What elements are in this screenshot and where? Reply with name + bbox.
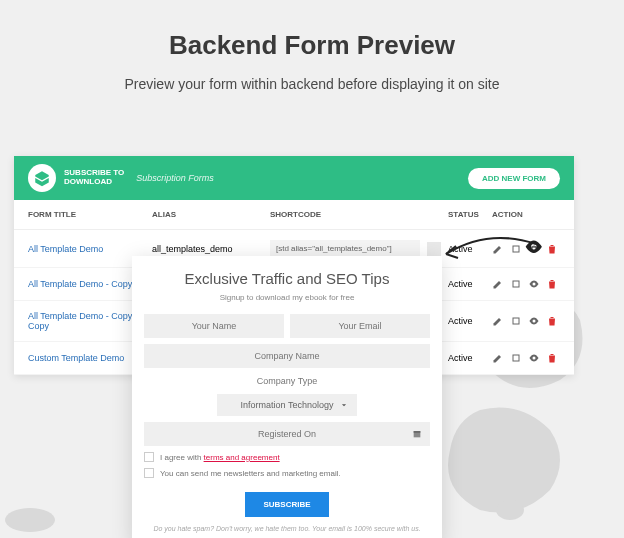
edit-icon[interactable]: [492, 352, 504, 364]
newsletter-label: You can send me newsletters and marketin…: [160, 469, 341, 478]
preview-form-modal: Exclusive Traffic and SEO Tips Signup to…: [132, 256, 442, 538]
company-type-label: Company Type: [144, 374, 430, 388]
add-new-form-button[interactable]: ADD NEW FORM: [468, 168, 560, 189]
svg-rect-5: [513, 281, 519, 287]
form-footer-note: Do you hate spam? Don't worry, we hate t…: [144, 525, 430, 532]
logo-text: SUBSCRIBE TO DOWNLOAD: [64, 169, 124, 187]
form-title-link[interactable]: All Template Demo: [28, 244, 152, 254]
col-header-title: FORM TITLE: [28, 210, 152, 219]
terms-checkbox[interactable]: [144, 452, 154, 462]
chevron-down-icon: [339, 400, 349, 410]
preview-icon[interactable]: [528, 278, 540, 290]
shortcode-field[interactable]: [std alias="all_templates_demo"]: [270, 240, 420, 257]
col-header-alias: ALIAS: [152, 210, 270, 219]
svg-point-2: [5, 508, 55, 532]
header-subtitle: Subscription Forms: [136, 173, 214, 183]
registered-on-input[interactable]: [144, 422, 430, 446]
page-title: Backend Form Preview: [0, 30, 624, 61]
calendar-icon: [412, 429, 422, 439]
delete-icon[interactable]: [546, 315, 558, 327]
form-alias: all_templates_demo: [152, 244, 270, 254]
company-input[interactable]: [144, 344, 430, 368]
duplicate-icon[interactable]: [510, 352, 522, 364]
svg-rect-6: [513, 318, 519, 324]
preview-icon[interactable]: [528, 315, 540, 327]
status-label: Active: [448, 316, 492, 326]
pointer-arrow: [438, 226, 548, 266]
svg-rect-7: [513, 355, 519, 361]
admin-header: SUBSCRIBE TO DOWNLOAD Subscription Forms…: [14, 156, 574, 200]
col-header-action: ACTION: [492, 210, 560, 219]
preview-icon[interactable]: [528, 352, 540, 364]
edit-icon[interactable]: [492, 278, 504, 290]
form-heading: Exclusive Traffic and SEO Tips: [144, 270, 430, 287]
subscribe-button[interactable]: SUBSCRIBE: [245, 492, 328, 517]
duplicate-icon[interactable]: [510, 315, 522, 327]
terms-link[interactable]: terms and agreement: [204, 453, 280, 462]
page-subtitle: Preview your form within backend before …: [0, 75, 624, 95]
delete-icon[interactable]: [546, 278, 558, 290]
duplicate-icon[interactable]: [510, 278, 522, 290]
company-type-select[interactable]: Information Technology: [217, 394, 357, 416]
logo-icon: [28, 164, 56, 192]
email-input[interactable]: [290, 314, 430, 338]
col-header-shortcode: SHORTCODE: [270, 210, 448, 219]
name-input[interactable]: [144, 314, 284, 338]
delete-icon[interactable]: [546, 352, 558, 364]
col-header-status: STATUS: [448, 210, 492, 219]
form-subheading: Signup to download my ebook for free: [144, 293, 430, 302]
edit-icon[interactable]: [492, 315, 504, 327]
status-label: Active: [448, 353, 492, 363]
svg-rect-9: [414, 431, 421, 433]
svg-point-1: [496, 500, 524, 520]
newsletter-checkbox[interactable]: [144, 468, 154, 478]
status-label: Active: [448, 279, 492, 289]
